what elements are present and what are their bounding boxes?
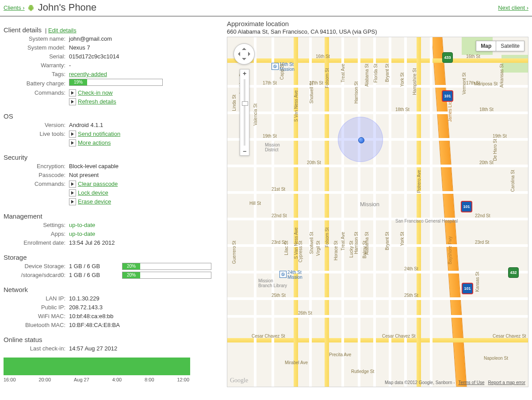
street-label: Treat Ave bbox=[341, 64, 345, 82]
next-client-link[interactable]: Next client › bbox=[498, 4, 528, 11]
more-actions-link[interactable]: More actions bbox=[78, 138, 111, 147]
street-label: 19th St bbox=[263, 134, 277, 138]
warranty-label: Warranty: bbox=[4, 61, 69, 70]
us-route-shield: 101 bbox=[462, 283, 473, 294]
map-zoom-control[interactable]: + − bbox=[240, 69, 249, 156]
dev-storage-label: Device Storage: bbox=[4, 262, 69, 271]
street-label: Lucky St bbox=[349, 241, 354, 258]
map-type-switcher: Map Satellite bbox=[476, 41, 524, 51]
report-map-error-link[interactable]: Report a map error bbox=[488, 380, 525, 385]
street-label: Harrison St bbox=[354, 81, 359, 104]
street-label: Shotwell St bbox=[309, 232, 314, 254]
serial-label: Serial: bbox=[4, 52, 69, 61]
road bbox=[417, 37, 421, 387]
sd-storage-value: 1 GB / 6 GB bbox=[69, 271, 122, 280]
street-label: Arkansas St bbox=[499, 64, 504, 88]
street-label: Mariposa St bbox=[474, 81, 498, 86]
system-model-label: System model: bbox=[4, 43, 69, 52]
zoom-handle[interactable] bbox=[242, 101, 248, 106]
street-label: Bryant St bbox=[385, 64, 390, 82]
street-label: Florida St bbox=[373, 64, 378, 83]
street-label: 22nd St bbox=[272, 213, 287, 218]
zoom-slider[interactable] bbox=[244, 79, 245, 146]
street-label: Precita Ave bbox=[329, 352, 351, 357]
sd-storage-fill: 20% bbox=[122, 272, 140, 278]
street-label: Kansas St bbox=[475, 272, 480, 292]
street-label: Vermont St bbox=[462, 73, 467, 94]
street-label: Harrison St bbox=[354, 232, 359, 254]
enroll-value: 13:54 Jul 26 2012 bbox=[69, 238, 115, 247]
terms-link[interactable]: Terms of Use bbox=[459, 380, 485, 385]
erase-device-link[interactable]: Erase device bbox=[78, 197, 111, 206]
battery-fill: 19% bbox=[69, 79, 87, 85]
poi-label: San Francisco General Hospital bbox=[395, 219, 458, 223]
street-label: Napoleon St bbox=[484, 356, 508, 361]
os-header: OS bbox=[4, 112, 214, 120]
poi-label: Mission Branch Library bbox=[258, 278, 287, 288]
street-label: Folsom St bbox=[325, 68, 329, 88]
management-header: Management bbox=[4, 212, 214, 220]
system-name-label: System name: bbox=[4, 35, 69, 43]
clear-passcode-link[interactable]: Clear passcode bbox=[78, 180, 118, 188]
map-attribution: Map data ©2012 Google, Sanborn - bbox=[385, 380, 455, 385]
dev-storage-fill: 20% bbox=[122, 263, 140, 269]
map-type-map[interactable]: Map bbox=[476, 41, 496, 51]
street-label: 22nd St bbox=[475, 213, 490, 218]
zoom-in-button[interactable]: + bbox=[243, 69, 246, 77]
street-label: 24th St bbox=[404, 266, 418, 271]
google-logo: Google bbox=[230, 377, 248, 384]
android-icon bbox=[27, 4, 34, 12]
street-label: Valencia St bbox=[253, 104, 258, 126]
street-label: Bryant St bbox=[385, 232, 390, 250]
apps-label: Apps: bbox=[4, 230, 69, 238]
street-label: Cypress St bbox=[298, 241, 303, 262]
last-checkin-label: Last check-in: bbox=[4, 344, 69, 353]
street-label: Cesar Chavez St bbox=[252, 334, 285, 338]
tag-link[interactable]: recently-added bbox=[69, 71, 107, 77]
lan-ip-label: LAN IP: bbox=[4, 294, 69, 303]
encryption-label: Encryption: bbox=[4, 162, 69, 171]
sec-commands-label: Commands: bbox=[4, 180, 69, 188]
breadcrumb: Clients › John's Phone Next client › bbox=[0, 0, 532, 16]
us-route-shield: 101 bbox=[442, 90, 453, 102]
zoom-out-button[interactable]: − bbox=[243, 147, 246, 155]
location-pin bbox=[358, 137, 364, 143]
park bbox=[501, 55, 528, 73]
street-label: York St bbox=[400, 232, 405, 246]
refresh-details-link[interactable]: Refresh details bbox=[78, 97, 116, 106]
map-type-satellite[interactable]: Satellite bbox=[496, 41, 524, 51]
online-timeline-ticks: 16:0020:00Aug 274:008:0012:00 bbox=[4, 377, 189, 382]
street-label: Hill St bbox=[249, 201, 261, 206]
road bbox=[294, 37, 298, 387]
road bbox=[325, 37, 329, 387]
poi-label: 24th St Mission bbox=[287, 270, 302, 280]
location-header: Approximate location bbox=[227, 20, 528, 27]
street-label: Carolina St bbox=[510, 170, 515, 192]
street-label: Virgil St bbox=[316, 241, 321, 256]
street-label: 16th St bbox=[466, 54, 480, 59]
edit-details-link[interactable]: Edit details bbox=[48, 27, 77, 34]
clients-link[interactable]: Clients › bbox=[4, 4, 25, 11]
apps-value: up-to-date bbox=[69, 230, 95, 238]
lock-device-link[interactable]: Lock device bbox=[78, 188, 108, 197]
enroll-label: Enrollment date: bbox=[4, 238, 69, 247]
bart-icon: ⓑ bbox=[279, 271, 287, 278]
street-label: 23rd St bbox=[475, 240, 489, 245]
map-canvas[interactable]: ⓑ ⓑ 16th St 16th St 17th St 17th St 17th… bbox=[227, 37, 528, 387]
online-status-header: Online status bbox=[4, 336, 214, 343]
send-notification-link[interactable]: Send notification bbox=[78, 130, 120, 138]
sd-storage-bar: 20% bbox=[122, 272, 211, 279]
map-pan-control[interactable] bbox=[233, 43, 255, 65]
right-panel: Approximate location 660 Alabama St, San… bbox=[227, 20, 528, 387]
os-version-label: Version: bbox=[4, 121, 69, 130]
checkin-now-link[interactable]: Check-in now bbox=[78, 88, 113, 97]
street-label: 20th St bbox=[479, 160, 494, 165]
street-label: Rutledge St bbox=[351, 369, 374, 374]
left-panel: Client details | Edit details System nam… bbox=[4, 20, 214, 387]
street-label: S Van Ness Ave bbox=[294, 90, 299, 122]
state-route-shield: 432 bbox=[508, 267, 519, 278]
commands-label: Commands: bbox=[4, 88, 69, 97]
storage-header: Storage bbox=[4, 254, 214, 261]
last-checkin-value: 14:57 Aug 27 2012 bbox=[69, 344, 117, 353]
play-icon bbox=[69, 189, 76, 196]
